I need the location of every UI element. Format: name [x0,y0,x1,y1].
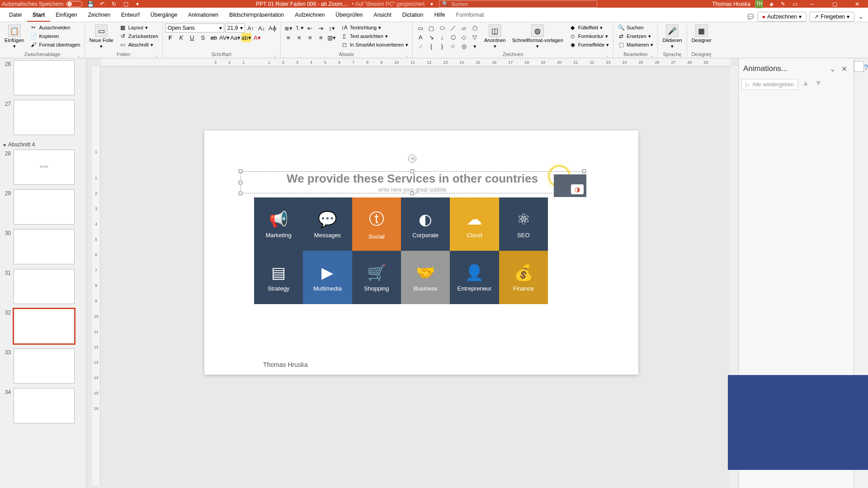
reset-button[interactable]: ↺Zurücksetzen [118,32,160,40]
slideshow-start-icon[interactable]: ▢ [122,0,129,8]
undo-icon[interactable]: ↶ [99,0,106,8]
tile-seo[interactable]: ⚛SEO [499,197,548,251]
select-button[interactable]: ⬚Markieren▾ [616,41,655,49]
designer-button[interactable]: ▦Designer [690,23,713,44]
collapse-ribbon-icon[interactable]: ⌄ [857,13,864,20]
tab-file[interactable]: Datei [4,9,27,22]
tab-dictation[interactable]: Dictation [397,9,429,22]
bold-button[interactable]: F [165,33,175,42]
shapes-gallery[interactable]: ▭▢⬭／▱⬠ A↘↓⬡◇▽ ⟋{}☆◎▾ [415,23,480,51]
slide-editor[interactable]: ⟲ We provide these Services in other cou… [204,131,638,375]
thumbnail-slide[interactable] [14,269,75,304]
anim-up-icon[interactable]: ▲ [801,78,811,88]
tile-social[interactable]: ⓣSocial [352,197,401,251]
tile-marketing[interactable]: 📢Marketing [254,197,303,251]
find-button[interactable]: 🔍Suchen [616,23,655,32]
rotate-handle-icon[interactable]: ⟲ [408,155,416,163]
tile-shopping[interactable]: 🛒Shopping [352,251,401,304]
play-all-button[interactable]: ▷Alle wiedergeben [741,79,798,90]
align-left-button[interactable]: ≡ [283,33,293,42]
section-button[interactable]: ▭Abschnitt▾ [118,41,160,49]
tab-record[interactable]: Aufzeichnen [289,9,330,22]
spacing-button[interactable]: AV▾ [220,33,230,42]
tab-insert[interactable]: Einfügen [50,9,82,22]
user-avatar[interactable]: TH [755,0,763,8]
strike-button[interactable]: ab [209,33,219,42]
line-spacing-button[interactable]: ↕▾ [327,23,337,33]
dictate-button[interactable]: 🎤Diktieren▾ [660,23,684,50]
section-header[interactable]: ▸Abschnitt 4 [2,140,85,150]
new-slide-button[interactable]: ▭Neue Folie▾ [88,23,115,50]
slide-canvas-area[interactable]: 3211234567891011121314151617181920212223… [87,58,738,488]
font-color-button[interactable]: A▾ [252,33,262,42]
tab-transitions[interactable]: Übergänge [145,9,183,22]
save-icon[interactable]: 💾 [87,0,94,8]
tab-help[interactable]: Hilfe [429,9,450,22]
share-button[interactable]: ↗Freigeben▾ [809,12,854,22]
paste-button[interactable]: 📋Einfügen▾ [3,23,26,50]
tile-strategy[interactable]: ▤Strategy [254,251,303,304]
thumbnail-slide[interactable]: Ende [14,150,75,185]
outline-button[interactable]: ◇Formkontur▾ [568,32,611,40]
indent-dec-button[interactable]: ⇤ [305,23,315,33]
smartart-button[interactable]: ◻In SmartArt konvertieren▾ [340,41,410,49]
align-center-button[interactable]: ≡ [294,33,304,42]
thumbnail-slide[interactable] [14,189,75,225]
qat-more-icon[interactable]: ▾ [134,0,141,8]
close-button[interactable]: ✕ [848,0,866,8]
tab-shapeformat[interactable]: Formformat [450,9,489,22]
tile-business[interactable]: 🤝Business [401,251,450,304]
thumbnail-slide[interactable] [14,229,75,264]
text-direction-button[interactable]: ↕ATextrichtung▾ [340,23,410,32]
bullets-button[interactable]: ≣▾ [283,23,293,33]
pane-close-icon[interactable]: ✕ [839,64,849,74]
tab-draw[interactable]: Zeichnen [83,9,116,22]
italic-button[interactable]: K [176,33,186,42]
tile-cloud[interactable]: ☁Cloud [450,197,499,251]
clear-format-icon[interactable]: Aϕ [268,23,278,33]
maximize-button[interactable]: ▢ [826,0,844,8]
case-button[interactable]: Aa▾ [231,33,241,42]
shadow-button[interactable]: S [198,33,208,42]
tab-design[interactable]: Entwurf [116,9,145,22]
shrink-font-icon[interactable]: A↓ [257,23,267,33]
user-name[interactable]: Thomas Hruska [712,1,750,7]
tile-messages[interactable]: 💬Messages [303,197,352,251]
redo-icon[interactable]: ↻ [110,0,118,8]
underline-button[interactable]: U [187,33,197,42]
copy-button[interactable]: 📄Kopieren [28,32,81,40]
tile-corporate[interactable]: ◐Corporate [401,197,450,251]
tile-multimedia[interactable]: ▶Multimedia [303,251,352,304]
thumbnail-slide[interactable] [14,388,75,423]
numbering-button[interactable]: ⒈▾ [294,23,304,33]
pane-chevron-icon[interactable]: ⌄ [827,64,837,74]
sync-icon[interactable]: ◈ [768,0,775,8]
grow-font-icon[interactable]: A↑ [246,23,256,33]
font-size-combo[interactable]: 21,9▾ [225,23,245,33]
slide-title-text[interactable]: We provide these Services in other count… [244,172,581,186]
replace-button[interactable]: ⇄Ersetzen▾ [616,32,655,40]
font-name-combo[interactable]: Open Sans▾ [165,23,224,33]
anim-down-icon[interactable]: ▼ [813,78,823,88]
tab-review[interactable]: Überprüfen [330,9,368,22]
tab-animations[interactable]: Animationen [183,9,224,22]
tile-entrepreneur[interactable]: 👤Entrepreneur [450,251,499,304]
tab-view[interactable]: Ansicht [368,9,396,22]
autosave-toggle[interactable]: Automatisches Speichern [2,1,82,7]
designer-toggle-icon[interactable] [854,61,864,72]
format-painter-button[interactable]: 🖌Format übertragen [28,41,81,49]
help-icon[interactable]: ? [864,64,868,72]
columns-button[interactable]: ▥▾ [327,33,337,42]
align-right-button[interactable]: ≡ [305,33,315,42]
thumbnail-slide[interactable] [14,348,75,384]
indent-inc-button[interactable]: ⇥ [316,23,326,33]
align-justify-button[interactable]: ≡ [316,33,326,42]
slide-thumbnails[interactable]: 2627▸Abschnitt 428Ende293031323334 [0,58,87,488]
tab-start[interactable]: Start [27,9,50,22]
highlight-button[interactable]: ab▾ [241,33,251,42]
minimize-button[interactable]: ─ [803,0,821,8]
record-button[interactable]: ●Aufzeichnen▾ [757,12,807,22]
align-text-button[interactable]: ▯Text ausrichten▾ [340,32,410,40]
search-input[interactable]: 🔍 Suchen [439,0,597,8]
window-layout-icon[interactable]: ▭ [791,0,798,8]
